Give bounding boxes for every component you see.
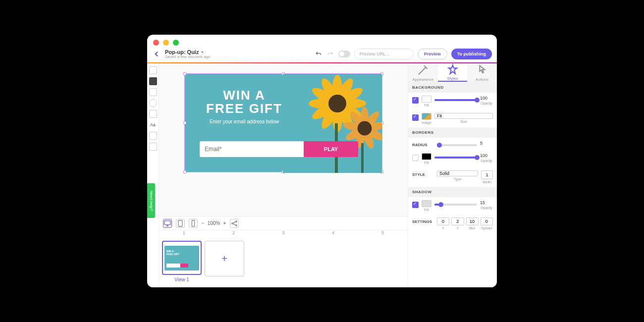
zoom-in-button[interactable]: + (223, 220, 226, 226)
undo-icon[interactable] (315, 50, 322, 58)
shadow-opacity-value: 15 (480, 200, 493, 205)
maximize-window-icon[interactable] (173, 40, 179, 46)
shadow-fill-checkbox[interactable] (412, 202, 419, 208)
chevron-down-icon[interactable]: ⌄ (201, 50, 204, 54)
shadow-blur-input[interactable] (466, 217, 479, 225)
bg-image-swatch[interactable] (422, 113, 431, 120)
left-toolbar: Aa (147, 63, 159, 287)
svg-rect-30 (192, 220, 194, 226)
bg-opacity-slider[interactable] (434, 99, 477, 101)
svg-rect-27 (361, 143, 364, 173)
border-type-select[interactable]: Solid (437, 170, 478, 176)
border-opacity-value: 100 (480, 153, 493, 158)
add-frame-button[interactable]: + (205, 241, 244, 276)
resize-handle[interactable] (183, 121, 186, 124)
frames-strip: WIN AFREE GIFT View 1 + (159, 238, 408, 287)
redo-icon[interactable] (326, 50, 334, 58)
tool-text-icon[interactable]: Aa (149, 121, 157, 129)
minimize-window-icon[interactable] (163, 40, 169, 46)
plus-icon: + (221, 253, 227, 265)
shadow-opacity-slider[interactable] (434, 204, 477, 206)
email-field[interactable] (200, 141, 304, 157)
svg-point-32 (236, 220, 237, 222)
help-button[interactable]: Need help? (147, 183, 155, 218)
border-fill-checkbox[interactable] (412, 155, 419, 161)
section-shadow: SHADOW (408, 187, 497, 197)
style-label: STYLE (412, 172, 434, 177)
device-tablet-icon[interactable] (176, 219, 185, 228)
zoom-out-button[interactable]: − (202, 220, 205, 226)
window-controls (153, 40, 179, 46)
bg-fill-checkbox[interactable] (412, 97, 419, 104)
border-opacity-slider[interactable] (434, 157, 477, 159)
top-bar: Pop-up: Quiz ⌄ Saved a few seconds ago P… (147, 46, 497, 63)
svg-point-31 (232, 222, 233, 224)
tab-actions[interactable]: Actions (467, 63, 497, 82)
bg-image-checkbox[interactable] (412, 114, 419, 121)
svg-point-25 (358, 121, 372, 136)
shadow-y-input[interactable] (451, 217, 464, 225)
share-icon[interactable] (230, 219, 239, 228)
popup-form: PLAY (200, 141, 358, 157)
shadow-x-input[interactable] (437, 217, 449, 225)
preview-button[interactable]: Preview (418, 49, 447, 59)
section-borders: BORDERS (408, 127, 497, 138)
frame-item[interactable]: WIN AFREE GIFT View 1 (162, 241, 202, 284)
tool-input-icon[interactable] (149, 88, 157, 96)
zoom-bar: − 100% + (159, 216, 408, 230)
bg-opacity-value: 100 (480, 96, 493, 101)
panel-tabs: Appearance Styles Actions (408, 63, 497, 82)
device-mobile-icon[interactable] (189, 219, 198, 228)
bg-fill-swatch[interactable] (422, 96, 431, 103)
tool-button-icon[interactable] (149, 110, 157, 118)
border-width-input[interactable]: 1 (481, 170, 493, 179)
settings-label: SETTINGS (412, 219, 434, 224)
tool-radio-icon[interactable] (149, 99, 157, 107)
radius-label: RADIUS (412, 143, 434, 147)
canvas[interactable]: ✕ WIN A FREE GIFT Enter your e (159, 63, 408, 216)
svg-rect-28 (164, 220, 170, 224)
svg-point-14 (328, 95, 346, 112)
tool-layout-icon[interactable] (149, 66, 157, 74)
popup-element[interactable]: ✕ WIN A FREE GIFT Enter your e (184, 73, 382, 172)
app-window: Pop-up: Quiz ⌄ Saved a few seconds ago P… (147, 35, 497, 287)
frames-ruler: 1 2 3 4 5 (159, 230, 408, 238)
sunflower-image (283, 74, 382, 173)
publish-button[interactable]: To publishing (451, 49, 492, 59)
tab-appearance[interactable]: Appearance (408, 63, 438, 82)
tool-field-icon[interactable] (149, 132, 157, 140)
save-status: Saved a few seconds ago (165, 55, 211, 59)
resize-handle[interactable] (183, 72, 186, 75)
radius-slider[interactable] (437, 144, 477, 146)
border-fill-swatch[interactable] (422, 153, 431, 160)
bg-size-select[interactable]: Fit (434, 113, 493, 119)
document-title: Pop-up: Quiz (165, 49, 199, 55)
shadow-fill-swatch[interactable] (422, 200, 431, 207)
zoom-level: 100% (208, 220, 220, 226)
tab-styles[interactable]: Styles (438, 63, 468, 82)
tool-checkbox-icon[interactable] (149, 77, 157, 85)
close-window-icon[interactable] (153, 40, 159, 46)
radius-value: 5 (480, 141, 493, 146)
tool-image-icon[interactable] (149, 143, 157, 151)
properties-panel: Appearance Styles Actions BACKGROUND Fil… (408, 63, 497, 287)
preview-url-input[interactable]: Preview URL... (354, 49, 414, 59)
device-desktop-icon[interactable] (163, 219, 172, 228)
svg-rect-29 (178, 220, 182, 226)
frame-label: View 1 (174, 275, 189, 284)
svg-point-33 (236, 224, 237, 226)
preview-toggle[interactable] (338, 51, 350, 57)
back-button[interactable] (152, 50, 161, 58)
play-button[interactable]: PLAY (304, 141, 358, 157)
resize-handle[interactable] (183, 170, 186, 173)
canvas-area: ✕ WIN A FREE GIFT Enter your e (159, 63, 408, 287)
section-background: BACKGROUND (408, 82, 497, 93)
shadow-spread-input[interactable] (481, 217, 493, 225)
popup-headline: WIN A FREE GIFT Enter your email address… (200, 89, 289, 124)
